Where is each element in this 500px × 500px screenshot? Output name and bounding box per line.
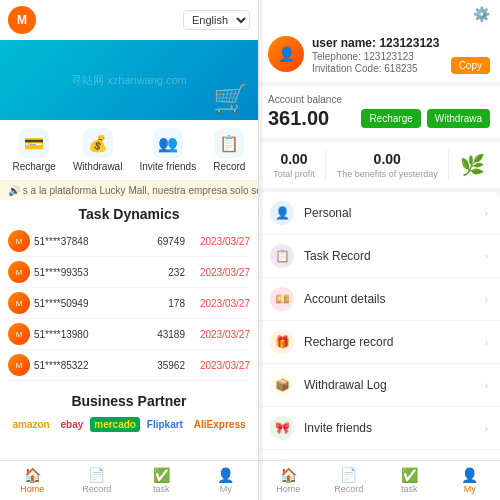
- avatar: M: [8, 261, 30, 283]
- yesterday-value: 0.00: [337, 151, 438, 167]
- stats-divider-2: [448, 150, 449, 180]
- home-icon: 🏠: [24, 467, 41, 483]
- recharge-icon: 💳: [19, 128, 49, 158]
- nav-home[interactable]: 🏠 Home: [0, 467, 65, 494]
- quick-action-withdrawal[interactable]: 💰 Withdrawal: [73, 128, 122, 172]
- arrow-icon: ›: [485, 208, 488, 219]
- task-amount: 232: [145, 267, 185, 278]
- task-date: 2023/03/27: [185, 329, 250, 340]
- language-select[interactable]: English: [183, 10, 250, 30]
- ebay-logo: ebay: [57, 417, 88, 432]
- quick-action-invite[interactable]: 👥 Invite friends: [139, 128, 196, 172]
- yesterday-stat: 0.00 The benefits of yesterday: [337, 151, 438, 179]
- menu-item-recharge-record[interactable]: 🎁 Recharge record ›: [258, 321, 500, 364]
- task-record-icon: 📋: [270, 244, 294, 268]
- task-dynamics-title: Task Dynamics: [8, 200, 250, 226]
- menu-item-account-details[interactable]: 💴 Account details ›: [258, 278, 500, 321]
- account-details-label: Account details: [304, 292, 475, 306]
- quick-action-record[interactable]: 📋 Record: [213, 128, 245, 172]
- user-phone: Telephone: 123123123: [312, 51, 443, 62]
- task-amount: 178: [145, 298, 185, 309]
- quick-action-recharge[interactable]: 💳 Recharge: [13, 128, 56, 172]
- left-panel: M English 寻站网 xzhanwang.com 🛒 💳 Recharge…: [0, 0, 258, 500]
- task-amount: 69749: [145, 236, 185, 247]
- invite-icon: 👥: [153, 128, 183, 158]
- app-logo: M: [8, 6, 36, 34]
- total-profit-stat: 0.00 Total profit: [273, 151, 315, 179]
- stats-leaf-icon: 🌿: [460, 154, 485, 176]
- table-row: M 51****50949 178 2023/03/27: [8, 288, 250, 319]
- user-info-card: 👤 user name: 123123123 Telephone: 123123…: [258, 28, 500, 82]
- avatar: M: [8, 292, 30, 314]
- menu-item-task-record[interactable]: 📋 Task Record ›: [258, 235, 500, 278]
- invite-label: Invite friends: [139, 161, 196, 172]
- nav-record[interactable]: 📄 Record: [65, 467, 130, 494]
- nav-right-my[interactable]: 👤 My: [440, 467, 501, 494]
- invite-friends-icon: 🎀: [270, 416, 294, 440]
- banner: 寻站网 xzhanwang.com 🛒: [0, 40, 258, 120]
- nav-home-label: Home: [20, 484, 44, 494]
- right-panel: ⚙️ 👤 user name: 123123123 Telephone: 123…: [258, 0, 500, 500]
- avatar: M: [8, 354, 30, 376]
- withdrawal-icon: 💰: [83, 128, 113, 158]
- withdraw-button[interactable]: Withdrawa: [427, 109, 490, 128]
- ticker: 🔊 s a la plataforma Lucky Mall, nuestra …: [0, 181, 258, 200]
- task-record-label: Task Record: [304, 249, 475, 263]
- account-details-icon: 💴: [270, 287, 294, 311]
- user-invite-code: Invitation Code: 618235: [312, 63, 443, 74]
- invite-friends-label: Invite friends: [304, 421, 475, 435]
- user-avatar: 👤: [268, 36, 304, 72]
- flipkart-logo: Flipkart: [143, 417, 187, 432]
- task-date: 2023/03/27: [185, 360, 250, 371]
- nav-my[interactable]: 👤 My: [194, 467, 259, 494]
- menu-item-personal[interactable]: 👤 Personal ›: [258, 192, 500, 235]
- withdrawal-log-label: Withdrawal Log: [304, 378, 475, 392]
- task-amount: 35962: [145, 360, 185, 371]
- panel-divider: [258, 0, 259, 500]
- banner-decoration: 🛒: [213, 82, 248, 115]
- arrow-icon: ›: [485, 251, 488, 262]
- nav-right-record-label: Record: [334, 484, 363, 494]
- quick-actions: 💳 Recharge 💰 Withdrawal 👥 Invite friends…: [0, 120, 258, 181]
- menu-item-invite-friends[interactable]: 🎀 Invite friends ›: [258, 407, 500, 450]
- record-label: Record: [213, 161, 245, 172]
- nav-right-task[interactable]: ✅ task: [379, 467, 440, 494]
- nav-right-my-label: My: [464, 484, 476, 494]
- task-nav-icon: ✅: [153, 467, 170, 483]
- balance-label: Account balance: [268, 94, 490, 105]
- stats-row: 0.00 Total profit 0.00 The benefits of y…: [258, 142, 500, 188]
- nav-right-home[interactable]: 🏠 Home: [258, 467, 319, 494]
- table-row: M 51****37848 69749 2023/03/27: [8, 226, 250, 257]
- mercado-logo: mercado: [90, 417, 140, 432]
- recharge-button[interactable]: Recharge: [361, 109, 420, 128]
- menu-list: 👤 Personal › 📋 Task Record › 💴 Account d…: [258, 192, 500, 500]
- total-profit-label: Total profit: [273, 169, 315, 179]
- task-user: 51****85322: [34, 360, 145, 371]
- total-profit-value: 0.00: [273, 151, 315, 167]
- banner-watermark: 寻站网 xzhanwang.com: [71, 73, 187, 88]
- arrow-icon: ›: [485, 337, 488, 348]
- yesterday-label: The benefits of yesterday: [337, 169, 438, 179]
- nav-task-label: task: [153, 484, 170, 494]
- nav-record-label: Record: [82, 484, 111, 494]
- left-header: M English: [0, 0, 258, 40]
- nav-right-record[interactable]: 📄 Record: [319, 467, 380, 494]
- avatar: M: [8, 323, 30, 345]
- task-amount: 43189: [145, 329, 185, 340]
- copy-button[interactable]: Copy: [451, 57, 490, 74]
- task-date: 2023/03/27: [185, 236, 250, 247]
- recharge-record-icon: 🎁: [270, 330, 294, 354]
- table-row: M 51****99353 232 2023/03/27: [8, 257, 250, 288]
- nav-task[interactable]: ✅ task: [129, 467, 194, 494]
- record-icon-right: 📄: [340, 467, 357, 483]
- menu-item-withdrawal-log[interactable]: 📦 Withdrawal Log ›: [258, 364, 500, 407]
- partner-logos: amazon ebay mercado Flipkart AliExpress: [8, 413, 250, 436]
- task-date: 2023/03/27: [185, 267, 250, 278]
- balance-row: 361.00 Recharge Withdrawa: [268, 107, 490, 130]
- business-partner-title: Business Partner: [8, 387, 250, 413]
- task-dynamics: Task Dynamics M 51****37848 69749 2023/0…: [0, 200, 258, 381]
- recharge-label: Recharge: [13, 161, 56, 172]
- settings-icon[interactable]: ⚙️: [473, 6, 490, 22]
- nav-right-task-label: task: [401, 484, 418, 494]
- task-icon-right: ✅: [401, 467, 418, 483]
